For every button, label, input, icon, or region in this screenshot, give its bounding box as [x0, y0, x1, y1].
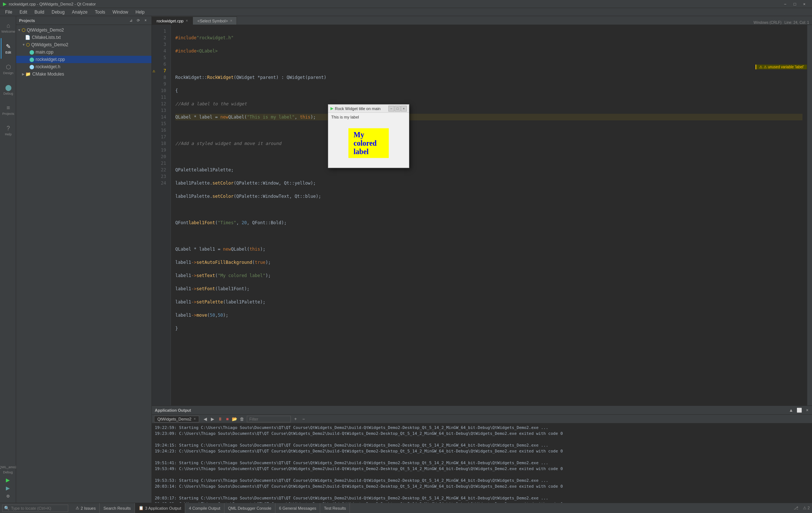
tab-qml-debugger[interactable]: QML Debugger Console: [224, 503, 275, 513]
tree-item-rockwidget-cpp[interactable]: ⬤ rockwidget.cpp: [16, 56, 151, 63]
qt-window-title: Rock Widget title on main: [335, 106, 381, 111]
menu-tools[interactable]: Tools: [91, 9, 109, 15]
projects-header: Projects ⊿ ⟳ ×: [16, 16, 151, 25]
maximize-button[interactable]: □: [790, 0, 800, 8]
linenum-12: 12: [152, 101, 168, 107]
tree-item-main[interactable]: ⬤ main.cpp: [16, 48, 151, 56]
tree-item-rockwidget-h[interactable]: ⬤ rockwidget.h: [16, 63, 151, 70]
code-line-21: label1->setPalette(label1Palette);: [175, 299, 802, 305]
mode-design[interactable]: ⬡ Design: [1, 59, 15, 79]
mode-debug[interactable]: ⬤ Debug: [1, 79, 15, 100]
qt-app-window[interactable]: ▶ Rock Widget title on main − □ × This i…: [328, 104, 409, 168]
app: ▶ rockwidget.cpp - QtWidgets_Demo2 - Qt …: [0, 0, 812, 513]
proj2-icon: ⬡: [26, 42, 30, 47]
warning-marker-icon: ⚠: [153, 68, 155, 74]
code-line-7: QLabel * label = new QLabel("This is my …: [175, 114, 802, 120]
code-line-1: #include "rockwidget.h": [175, 34, 802, 41]
output-add-button[interactable]: +: [292, 416, 299, 422]
tree-item-cmake-modules[interactable]: ▶ 📁 CMake Modules: [16, 70, 151, 78]
status-right-area: ⎇ ⚠ 2: [794, 506, 810, 510]
output-minus-button[interactable]: −: [300, 416, 307, 422]
mode-welcome[interactable]: ⌂ Welcome: [1, 18, 15, 38]
linenum-6: 6: [152, 61, 168, 68]
qt-window-body: This is my label My colored label: [328, 113, 409, 168]
mode-help[interactable]: ? Help: [1, 120, 15, 141]
app-output-count-icon: 📋: [139, 506, 144, 510]
minimize-button[interactable]: −: [780, 0, 790, 8]
output-open-button[interactable]: 📂: [231, 416, 238, 422]
tab-symbol-label: <Select Symbol>: [197, 19, 228, 23]
tab-general-msgs[interactable]: 6 General Messages: [275, 503, 321, 513]
tab-app-output[interactable]: 📋 3 Application Output: [135, 503, 185, 513]
output-line-9: [155, 472, 809, 478]
close-button[interactable]: ×: [800, 0, 809, 8]
output-subtab[interactable]: QtWidgets_Demo2 ×: [154, 416, 199, 422]
qt-close-button[interactable]: ×: [401, 106, 407, 112]
mode-welcome-label: Welcome: [1, 30, 15, 33]
code-line-15: QFont label1Font("Times", 20, QFont::Bol…: [175, 219, 802, 226]
linenum-19: 19: [152, 147, 168, 153]
close-panel-button[interactable]: ×: [143, 18, 149, 23]
debug-run-button[interactable]: ▶: [1, 484, 15, 492]
sync-button[interactable]: ⟳: [135, 18, 141, 23]
qml-debugger-label: QML Debugger Console: [228, 506, 271, 510]
menu-help[interactable]: Help: [132, 9, 149, 15]
menu-build[interactable]: Build: [31, 9, 48, 15]
qt-colored-label: My colored label: [354, 130, 377, 155]
linenum-18: 18: [152, 140, 168, 147]
build-button[interactable]: ⚙: [1, 492, 15, 500]
menu-debug[interactable]: Debug: [48, 9, 68, 15]
warning-text: ⚠ unused variable 'label': [764, 65, 804, 69]
tab-close-rockwidget[interactable]: ×: [186, 19, 188, 23]
code-line-4: RockWidget::RockWidget(QWidget *parent) …: [175, 74, 802, 81]
tree-item-proj2[interactable]: ▼ ⬡ QtWidgets_Demo2: [16, 41, 151, 48]
git-status: ⎇: [794, 506, 798, 510]
output-pause-button[interactable]: ⏸: [217, 416, 223, 422]
output-close-button[interactable]: ×: [804, 407, 811, 414]
output-filter-input[interactable]: [247, 416, 291, 422]
output-clear-button[interactable]: 🗑: [239, 416, 245, 422]
app-icon: ▶: [3, 1, 7, 7]
linenum-16: 16: [152, 127, 168, 134]
tab-test-results[interactable]: Test Results: [320, 503, 350, 513]
output-panel-header: Application Output ▲ ⬜ ×: [152, 406, 812, 415]
menu-window[interactable]: Window: [109, 9, 132, 15]
run-button[interactable]: ▶: [1, 476, 15, 484]
tab-close-symbol[interactable]: ×: [230, 19, 232, 23]
qt-minimize-button[interactable]: −: [388, 106, 394, 112]
output-content[interactable]: 19:22:59: Starting C:\Users\Thiago Souto…: [152, 423, 812, 503]
tree-item-cmake[interactable]: 📄 CMakeLists.txt: [16, 34, 151, 41]
mode-edit[interactable]: ✎ Edit: [1, 38, 15, 59]
code-editor[interactable]: #include "rockwidget.h" #include <QLabel…: [171, 25, 807, 405]
menu-analyze[interactable]: Analyze: [68, 9, 91, 15]
cmake-modules-arrow: ▶: [22, 72, 25, 76]
editor-scrollbar[interactable]: [807, 25, 812, 405]
code-line-3: [175, 61, 802, 68]
linenum-11: 11: [152, 94, 168, 101]
tab-rockwidget-cpp[interactable]: rockwidget.cpp ×: [152, 17, 193, 25]
edit-icon: ✎: [6, 43, 11, 50]
output-subtab-close[interactable]: ×: [194, 417, 196, 421]
output-panel-title: Application Output: [153, 408, 191, 412]
tree-cmake-modules-label: CMake Modules: [32, 72, 64, 77]
projects-icon: ≡: [7, 105, 10, 111]
output-next-button[interactable]: ▶: [209, 416, 216, 422]
output-stop-button[interactable]: ■: [224, 416, 231, 422]
qt-maximize-button[interactable]: □: [395, 106, 400, 112]
tree-item-root[interactable]: ▼ ⬡ QtWidgets_Demo2: [16, 26, 151, 34]
menu-edit[interactable]: Edit: [16, 9, 31, 15]
mode-projects[interactable]: ≡ Projects: [1, 100, 15, 120]
tab-search-results[interactable]: Search Results: [100, 503, 135, 513]
locator-search-input[interactable]: [11, 506, 66, 510]
output-line-3: [155, 437, 809, 443]
output-line-11: 20:03:14: C:\Users\Thiago Souto\Document…: [155, 484, 809, 490]
tab-issues[interactable]: ⚠ 2 Issues: [72, 503, 100, 513]
output-prev-button[interactable]: ◀: [202, 416, 209, 422]
menu-file[interactable]: File: [1, 9, 16, 15]
filter-button[interactable]: ⊿: [128, 18, 134, 23]
tab-select-symbol[interactable]: <Select Symbol> ×: [193, 17, 237, 25]
code-line-2: #include <QLabel>: [175, 48, 802, 54]
output-up-button[interactable]: ▲: [788, 407, 794, 414]
tab-compile[interactable]: 4 Compile Output: [185, 503, 224, 513]
output-detach-button[interactable]: ⬜: [796, 407, 802, 414]
